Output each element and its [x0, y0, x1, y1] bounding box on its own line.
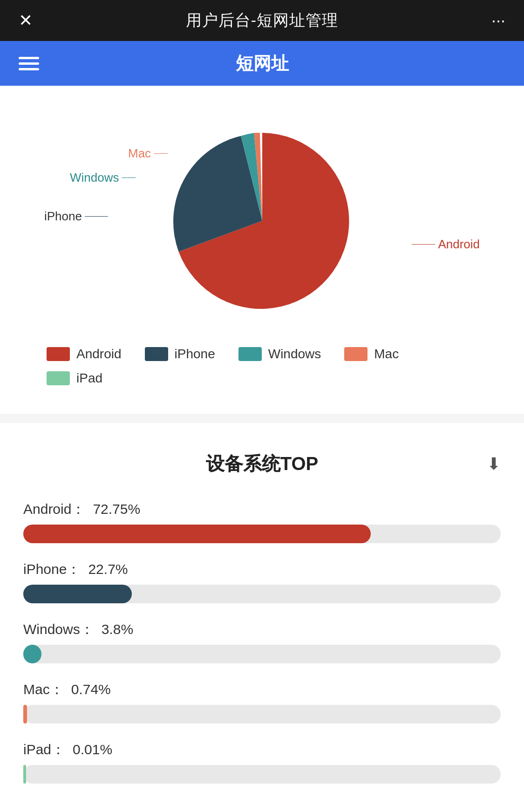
bar-label-row-android: Android： 72.75% — [23, 500, 501, 519]
bar-label-row-mac: Mac： 0.74% — [23, 680, 501, 699]
bar-name-android: Android： — [23, 500, 85, 519]
top-section: 设备系统TOP ⬇ Android： 72.75% iPhone： 22.7% … — [0, 432, 524, 812]
nav-bar: 短网址 — [0, 41, 524, 86]
legend-android: Android — [47, 347, 122, 362]
chart-legend: Android iPhone Windows Mac iPad — [19, 337, 505, 395]
pie-chart-labels: Android iPhone Windows Mac — [19, 104, 505, 337]
legend-color-windows — [238, 347, 262, 361]
download-icon[interactable]: ⬇ — [487, 454, 501, 474]
mac-label: Mac — [128, 146, 168, 161]
bar-item-windows: Windows： 3.8% — [23, 620, 501, 663]
bar-item-ipad: iPad： 0.01% — [23, 740, 501, 784]
menu-icon[interactable] — [19, 57, 39, 70]
bar-label-row-windows: Windows： 3.8% — [23, 620, 501, 639]
app-title: 用户后台-短网址管理 — [186, 10, 338, 31]
more-icon[interactable]: ··· — [491, 11, 505, 30]
legend-color-android — [47, 347, 70, 361]
bar-item-android: Android： 72.75% — [23, 500, 501, 543]
legend-color-ipad — [47, 371, 70, 385]
close-icon[interactable]: ✕ — [19, 11, 33, 30]
bar-name-mac: Mac： — [23, 680, 64, 699]
legend-ipad: iPad — [47, 371, 102, 386]
bar-name-iphone: iPhone： — [23, 560, 81, 579]
bar-percent-ipad: 0.01% — [73, 742, 112, 757]
legend-label-iphone: iPhone — [175, 347, 215, 362]
bar-fill-windows — [23, 645, 41, 663]
bar-item-mac: Mac： 0.74% — [23, 680, 501, 723]
pie-chart-container: Android iPhone Windows Mac — [19, 104, 505, 337]
bar-fill-mac — [23, 705, 27, 723]
legend-label-mac: Mac — [374, 347, 399, 362]
windows-label: Windows — [70, 171, 136, 185]
top-section-header: 设备系统TOP ⬇ — [23, 451, 501, 477]
bar-track-iphone — [23, 585, 501, 603]
android-label: Android — [412, 237, 480, 252]
legend-label-windows: Windows — [268, 347, 321, 362]
chart-section: Android iPhone Windows Mac Android — [0, 86, 524, 404]
legend-mac: Mac — [344, 347, 399, 362]
bar-name-ipad: iPad： — [23, 740, 65, 759]
bar-fill-android — [23, 525, 371, 543]
bar-percent-android: 72.75% — [93, 501, 140, 517]
bar-label-row-iphone: iPhone： 22.7% — [23, 560, 501, 579]
top-section-title: 设备系统TOP — [206, 451, 319, 477]
bar-percent-iphone: 22.7% — [88, 561, 128, 577]
bar-track-mac — [23, 705, 501, 723]
nav-title: 短网址 — [39, 52, 485, 75]
legend-color-mac — [344, 347, 367, 361]
bar-fill-iphone — [23, 585, 132, 603]
bar-track-android — [23, 525, 501, 543]
bar-fill-ipad — [23, 765, 26, 784]
legend-iphone: iPhone — [145, 347, 215, 362]
legend-label-android: Android — [76, 347, 122, 362]
bar-track-ipad — [23, 765, 501, 784]
title-bar: ✕ 用户后台-短网址管理 ··· — [0, 0, 524, 41]
legend-windows: Windows — [238, 347, 321, 362]
bar-track-windows — [23, 645, 501, 663]
section-divider — [0, 414, 524, 423]
bar-item-iphone: iPhone： 22.7% — [23, 560, 501, 603]
legend-label-ipad: iPad — [76, 371, 102, 386]
bar-percent-mac: 0.74% — [71, 682, 111, 697]
bar-percent-windows: 3.8% — [102, 621, 133, 637]
bar-name-windows: Windows： — [23, 620, 94, 639]
iphone-label: iPhone — [44, 209, 108, 224]
bar-label-row-ipad: iPad： 0.01% — [23, 740, 501, 759]
legend-color-iphone — [145, 347, 168, 361]
